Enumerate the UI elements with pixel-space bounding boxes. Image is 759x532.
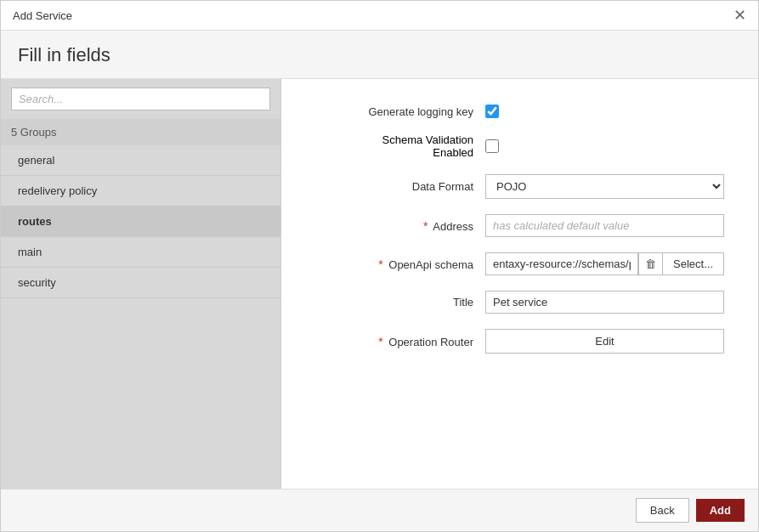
- group-header: 5 Groups: [1, 119, 280, 145]
- openapi-schema-row: * OpenApi schema 🗑 Select...: [315, 252, 724, 275]
- operation-router-row: * Operation Router Edit: [315, 329, 724, 354]
- generate-logging-key-checkbox[interactable]: [485, 105, 499, 118]
- sidebar: 5 Groups general redelivery policy route…: [1, 79, 281, 489]
- data-format-select[interactable]: POJO JSON XML: [485, 174, 724, 199]
- schema-validation-checkbox[interactable]: [485, 139, 499, 153]
- close-icon: ✕: [734, 7, 746, 24]
- content-area: 5 Groups general redelivery policy route…: [1, 79, 758, 489]
- dialog-footer: Back Add: [1, 489, 758, 531]
- sidebar-item-routes[interactable]: routes: [1, 207, 280, 237]
- add-button[interactable]: Add: [696, 499, 745, 522]
- openapi-schema-input[interactable]: [485, 252, 638, 275]
- operation-router-required-star: *: [378, 335, 382, 348]
- page-title: Fill in fields: [18, 44, 741, 66]
- openapi-schema-label: * OpenApi schema: [315, 258, 485, 271]
- edit-button[interactable]: Edit: [485, 329, 724, 354]
- sidebar-item-redelivery-policy[interactable]: redelivery policy: [1, 176, 280, 207]
- openapi-schema-field: 🗑 Select...: [485, 252, 724, 275]
- add-service-dialog: Add Service ✕ Fill in fields 5 Groups ge…: [0, 0, 759, 532]
- data-format-label: Data Format: [315, 180, 485, 193]
- generate-logging-key-row: Generate logging key: [315, 105, 724, 118]
- title-label: Title: [315, 296, 485, 308]
- operation-router-label: * Operation Router: [315, 335, 485, 348]
- dialog-header: Add Service ✕: [1, 1, 758, 31]
- title-row: Title: [315, 291, 724, 314]
- back-button[interactable]: Back: [636, 498, 689, 523]
- delete-icon: 🗑: [645, 258, 656, 270]
- address-row: * Address: [315, 214, 724, 237]
- dialog-title: Add Service: [13, 9, 72, 22]
- address-input[interactable]: [485, 214, 724, 237]
- title-field: [485, 291, 724, 314]
- search-input[interactable]: [11, 88, 270, 110]
- address-required-star: *: [423, 219, 428, 233]
- address-label: * Address: [315, 219, 485, 233]
- data-format-field: POJO JSON XML: [485, 174, 724, 199]
- openapi-delete-button[interactable]: 🗑: [638, 252, 662, 275]
- sidebar-item-main[interactable]: main: [1, 237, 280, 268]
- openapi-required-star: *: [378, 258, 382, 271]
- close-button[interactable]: ✕: [734, 8, 746, 23]
- address-field: [485, 214, 724, 237]
- schema-validation-row: Schema Validation Enabled: [315, 133, 724, 159]
- schema-validation-field: [485, 139, 724, 153]
- openapi-select-button[interactable]: Select...: [662, 252, 724, 275]
- operation-router-field: Edit: [485, 329, 724, 354]
- schema-validation-label: Schema Validation Enabled: [315, 133, 485, 159]
- search-container: [1, 79, 280, 119]
- title-input[interactable]: [485, 291, 724, 314]
- sidebar-item-general[interactable]: general: [1, 145, 280, 176]
- main-panel: Generate logging key Schema Validation E…: [281, 79, 758, 489]
- openapi-input-group: 🗑 Select...: [485, 252, 724, 275]
- generate-logging-key-field: [485, 105, 724, 118]
- data-format-row: Data Format POJO JSON XML: [315, 174, 724, 199]
- generate-logging-key-label: Generate logging key: [315, 105, 485, 118]
- sidebar-item-security[interactable]: security: [1, 268, 280, 298]
- page-title-bar: Fill in fields: [1, 31, 758, 79]
